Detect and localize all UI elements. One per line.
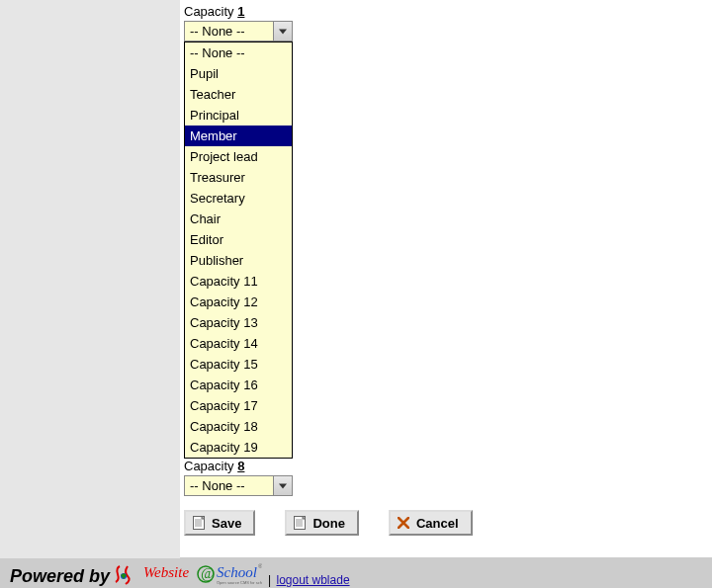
- save-button[interactable]: Save: [184, 510, 255, 536]
- capacity-1-option[interactable]: Capacity 15: [185, 354, 292, 375]
- capacity-1-option[interactable]: Capacity 11: [185, 271, 292, 292]
- capacity-8-selected-value: -- None --: [190, 478, 245, 493]
- svg-text:Open source CMS for schools: Open source CMS for schools: [217, 580, 262, 585]
- capacity-1-option[interactable]: Capacity 16: [185, 375, 292, 395]
- website-at-school-logo: Website @ School Open source CMS for sch…: [114, 561, 262, 587]
- capacity-1-option[interactable]: Chair: [185, 209, 292, 229]
- capacity-1-option[interactable]: Capacity 17: [185, 395, 292, 416]
- capacity-8-label-prefix: Capacity: [184, 459, 237, 473]
- chevron-down-icon: [273, 22, 292, 41]
- capacity-1-option[interactable]: Principal: [185, 105, 292, 126]
- capacity-1-select[interactable]: -- None --: [184, 21, 293, 42]
- capacity-1-option[interactable]: Publisher: [185, 250, 292, 271]
- chevron-down-icon: [273, 476, 292, 495]
- capacity-1-option[interactable]: Capacity 13: [185, 312, 292, 333]
- capacity-1-label-prefix: Capacity: [184, 4, 237, 19]
- logo-text-school: School: [217, 564, 257, 580]
- capacity-1-label: Capacity 1: [184, 4, 708, 19]
- capacity-1-option[interactable]: Capacity 19: [185, 437, 292, 458]
- done-button[interactable]: Done: [285, 510, 359, 536]
- capacity-1-selected-value: -- None --: [190, 24, 245, 39]
- save-button-label: Save: [212, 516, 241, 531]
- capacity-1-option[interactable]: Editor: [185, 229, 292, 250]
- powered-by-label: Powered by: [10, 566, 110, 587]
- capacity-1-option[interactable]: Secretary: [185, 188, 292, 209]
- capacity-1-option[interactable]: Capacity 14: [185, 333, 292, 354]
- svg-text:®: ®: [258, 563, 262, 569]
- capacity-1-option[interactable]: Capacity 18: [185, 416, 292, 437]
- capacity-1-option[interactable]: Project lead: [185, 146, 292, 167]
- cancel-button-label: Cancel: [416, 516, 459, 531]
- logo-text-website: Website: [143, 564, 189, 580]
- cancel-icon: [397, 515, 410, 531]
- capacity-1-dropdown[interactable]: -- None --PupilTeacherPrincipalMemberPro…: [184, 42, 293, 459]
- capacity-1-option[interactable]: Treasurer: [185, 167, 292, 188]
- footer-divider: |: [268, 573, 271, 587]
- capacity-1-option[interactable]: Member: [185, 126, 292, 146]
- done-button-label: Done: [312, 516, 345, 531]
- left-gutter: [0, 0, 180, 558]
- capacity-1-option[interactable]: Teacher: [185, 84, 292, 105]
- svg-text:@: @: [201, 565, 215, 581]
- capacity-1-option[interactable]: Pupil: [185, 63, 292, 84]
- document-icon: [293, 515, 307, 531]
- capacity-8-label-num: 8: [237, 459, 244, 473]
- capacity-8-select[interactable]: -- None --: [184, 475, 293, 496]
- capacity-1-option[interactable]: Capacity 12: [185, 292, 292, 312]
- capacity-8-label: Capacity 8: [184, 459, 708, 473]
- capacity-1-label-num: 1: [237, 4, 244, 19]
- cancel-button[interactable]: Cancel: [389, 510, 473, 536]
- document-icon: [192, 515, 206, 531]
- logout-link[interactable]: logout wblade: [277, 573, 350, 587]
- footer: Powered by Website @ School Open source …: [0, 557, 712, 588]
- capacity-1-option[interactable]: -- None --: [185, 42, 292, 63]
